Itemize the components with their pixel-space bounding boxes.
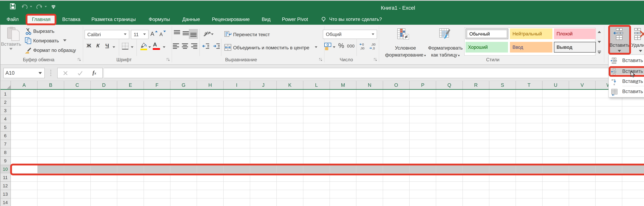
svg-text:0: 0 bbox=[362, 43, 364, 46]
svg-text:,00: ,00 bbox=[360, 46, 364, 50]
svg-text:п: п bbox=[614, 83, 615, 86]
svg-text:,0: ,0 bbox=[372, 46, 375, 50]
svg-text:,00: ,00 bbox=[371, 43, 376, 46]
svg-text:ab: ab bbox=[204, 31, 209, 35]
